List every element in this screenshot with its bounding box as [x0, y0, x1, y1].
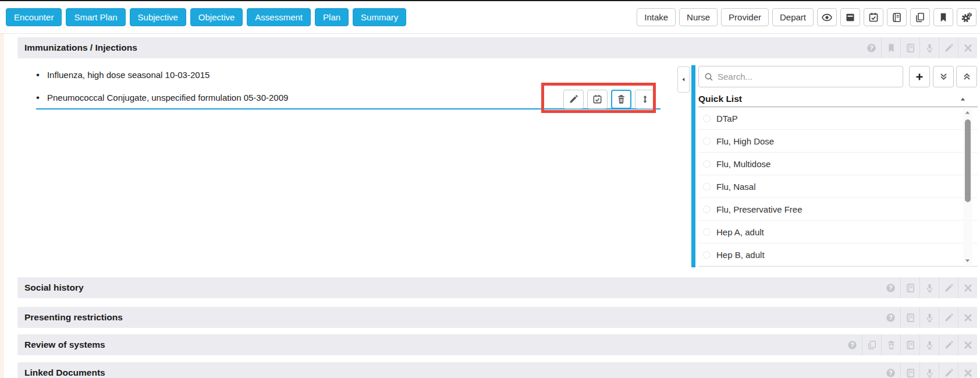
quick-list-item-flu-multidose[interactable]: Flu, Multidose: [698, 153, 978, 175]
close-icon[interactable]: [958, 307, 977, 328]
add-button[interactable]: [909, 66, 930, 87]
stage-provider[interactable]: Provider: [721, 8, 769, 26]
help-icon[interactable]: ?: [862, 37, 881, 58]
section-title: Immunizations / Injections: [17, 43, 137, 53]
microphone-icon[interactable]: [919, 362, 939, 378]
calendar-check-button[interactable]: [864, 8, 883, 26]
bookmark-icon[interactable]: [881, 37, 900, 58]
caret-up-icon[interactable]: [959, 96, 967, 103]
book-icon[interactable]: [900, 362, 919, 378]
trash-action-button[interactable]: [611, 90, 631, 109]
archive-box-button[interactable]: [840, 8, 860, 26]
svg-text:?: ?: [869, 44, 873, 51]
section-bar-icons: ?: [881, 277, 977, 298]
copy-button[interactable]: [910, 8, 930, 26]
book-icon[interactable]: [900, 37, 919, 58]
edit-icon[interactable]: [939, 307, 958, 328]
help-icon[interactable]: ?: [881, 307, 900, 328]
quick-list-item-hep-b-adult[interactable]: Hep B, adult: [698, 243, 978, 266]
scrollbar-thumb[interactable]: [965, 119, 971, 202]
section-title: Social history: [17, 282, 84, 293]
trash-icon[interactable]: [881, 334, 900, 355]
svg-text:?: ?: [889, 314, 892, 321]
close-icon[interactable]: [958, 334, 977, 355]
panel-collapse-button[interactable]: [677, 66, 690, 93]
quick-list-title: Quick List: [698, 94, 742, 104]
microphone-icon[interactable]: [919, 307, 939, 328]
help-icon[interactable]: ?: [881, 362, 900, 378]
eye-button[interactable]: [817, 8, 837, 26]
section-bar-social-history[interactable]: Social history?: [17, 277, 977, 298]
section-bar-immunizations[interactable]: Immunizations / Injections ?: [17, 37, 977, 58]
quick-list-item-flu-nasal[interactable]: Flu, Nasal: [698, 175, 978, 198]
scroll-down-icon[interactable]: [964, 257, 971, 264]
edit-icon[interactable]: [939, 334, 958, 355]
nav-smart-plan[interactable]: Smart Plan: [66, 8, 125, 26]
nav-objective[interactable]: Objective: [190, 8, 243, 26]
section-bar-icons: ?: [881, 362, 977, 378]
section-title: Presenting restrictions: [17, 312, 123, 323]
section-bar-presenting-restrictions[interactable]: Presenting restrictions?: [17, 307, 977, 328]
bullet-icon: •: [36, 70, 40, 80]
help-icon[interactable]: ?: [843, 334, 862, 355]
bookmark-button[interactable]: [933, 8, 953, 26]
quick-list-header[interactable]: Quick List: [698, 91, 978, 107]
book-icon[interactable]: [900, 307, 919, 328]
close-icon[interactable]: [958, 277, 977, 298]
nav-encounter[interactable]: Encounter: [6, 8, 62, 26]
edit-icon[interactable]: [939, 277, 958, 298]
close-icon[interactable]: [958, 362, 977, 378]
quick-list-search: [698, 66, 903, 87]
stage-nurse[interactable]: Nurse: [679, 8, 718, 26]
radio-circle-icon: [703, 183, 711, 190]
edit-action-button[interactable]: [563, 90, 584, 109]
book-button[interactable]: [887, 8, 907, 26]
section-bar-icons: ?: [881, 307, 977, 328]
nav-subjective[interactable]: Subjective: [130, 8, 186, 26]
quick-list-item-dtap[interactable]: DTaP: [698, 107, 978, 130]
scroll-up-icon[interactable]: [964, 109, 971, 116]
copy-icon[interactable]: [862, 334, 881, 355]
stage-intake[interactable]: Intake: [637, 8, 676, 26]
expand-all-button[interactable]: [933, 66, 954, 87]
nav-plan[interactable]: Plan: [315, 8, 349, 26]
calendar-check-action-button[interactable]: [587, 90, 608, 109]
quick-list-label: Flu, Multidose: [716, 159, 770, 169]
search-input[interactable]: [718, 72, 897, 82]
book-icon[interactable]: [900, 334, 919, 355]
book-icon[interactable]: [900, 277, 919, 298]
panel-accent-bar: [691, 65, 695, 267]
radio-circle-icon: [703, 228, 711, 236]
quick-list-scrollbar[interactable]: [963, 108, 972, 266]
immunization-row[interactable]: • Influenza, high dose seasonal 10-03-20…: [36, 63, 661, 86]
quick-list-label: Flu, Preservative Free: [716, 204, 803, 214]
row-action-toolbar: [563, 90, 655, 109]
toolbar-icons-group: [817, 8, 977, 26]
caret-left-icon: [680, 76, 687, 83]
nav-assessment[interactable]: Assessment: [247, 8, 311, 26]
quick-list-label: Hep B, adult: [716, 250, 765, 260]
stage-depart[interactable]: Depart: [772, 8, 814, 26]
top-toolbar: EncounterSmart PlanSubjectiveObjectiveAs…: [0, 1, 980, 34]
microphone-icon[interactable]: [919, 37, 939, 58]
microphone-icon[interactable]: [919, 334, 939, 355]
section-bar-icons: ?: [843, 334, 977, 355]
close-icon[interactable]: [958, 37, 977, 58]
quick-list-item-hep-a-adult[interactable]: Hep A, adult: [698, 221, 978, 243]
radio-circle-icon: [703, 206, 711, 213]
quick-list-item-flu-preservative-free[interactable]: Flu, Preservative Free: [698, 198, 978, 221]
section-bar-linked-documents[interactable]: Linked Documents?: [17, 362, 977, 378]
help-icon[interactable]: ?: [881, 277, 900, 298]
quick-list-label: Hep A, adult: [716, 227, 764, 237]
microphone-icon[interactable]: [919, 277, 939, 298]
gears-button[interactable]: [957, 8, 977, 26]
nav-summary[interactable]: Summary: [353, 8, 406, 26]
collapse-all-button[interactable]: [956, 66, 977, 87]
quick-list-item-flu-high-dose[interactable]: Flu, High Dose: [698, 130, 978, 153]
section-bar-review-of-systems[interactable]: Review of systems?: [17, 334, 977, 355]
search-icon: [704, 72, 713, 82]
edit-icon[interactable]: [939, 362, 958, 378]
left-margin-strip: [0, 34, 4, 378]
reorder-action-button[interactable]: [635, 90, 655, 109]
edit-icon[interactable]: [939, 37, 958, 58]
